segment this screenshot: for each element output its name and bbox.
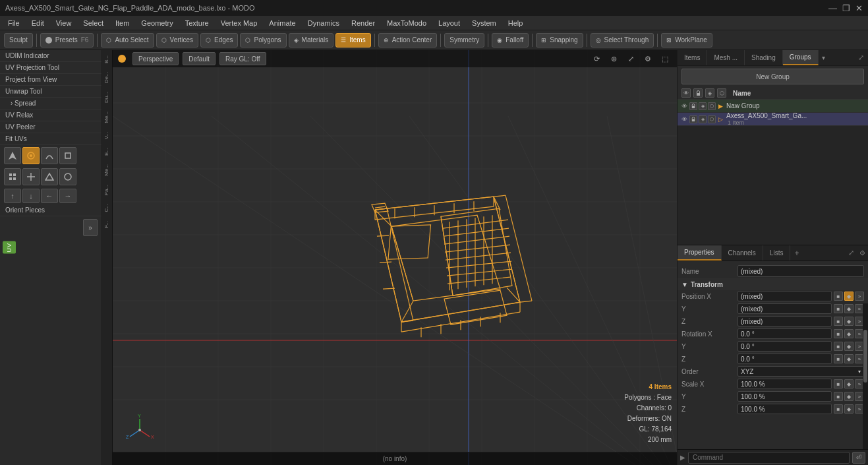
tab-items[interactable]: Items: [678, 50, 707, 65]
select-through-button[interactable]: ◎ Select Through: [591, 33, 654, 47]
vtab-b[interactable]: B...: [102, 51, 112, 67]
arrow-down-btn[interactable]: ↓: [22, 189, 40, 203]
pos-x-lock-icon[interactable]: ■: [834, 292, 843, 301]
pos-z-lock-icon[interactable]: ■: [834, 317, 843, 326]
vtab-du[interactable]: Du...: [102, 88, 112, 107]
group-child-lock-icon[interactable]: [689, 115, 697, 123]
group-eye-icon[interactable]: 👁: [680, 102, 688, 110]
workplane-button[interactable]: ⊠ WorkPlane: [661, 33, 712, 47]
scale-x-lock-icon[interactable]: ■: [834, 379, 843, 388]
vp-icon-zoom[interactable]: ⊕: [607, 52, 620, 65]
header-lock-icon[interactable]: [693, 88, 703, 98]
scale-x-input[interactable]: 100.0 %: [738, 379, 832, 389]
uv-peeler-tool[interactable]: UV Peeler: [0, 121, 101, 133]
vtab-pa[interactable]: Pa...: [102, 181, 112, 199]
uv-projection-tool[interactable]: UV Projection Tool: [0, 62, 101, 74]
rot-y-lock-icon[interactable]: ■: [834, 342, 843, 351]
command-input[interactable]: [688, 452, 850, 464]
scale-z-input[interactable]: 100.0 %: [738, 404, 832, 414]
tab-dropdown-btn[interactable]: ▾: [819, 50, 829, 65]
group-child-eye-icon[interactable]: 👁: [680, 115, 688, 123]
menu-view[interactable]: View: [51, 18, 77, 28]
vp-icon-maximize[interactable]: ⤢: [624, 52, 637, 65]
rotation-x-input[interactable]: 0.0 °: [738, 328, 832, 339]
header-eye-icon[interactable]: 👁: [681, 88, 691, 98]
menu-vertexmap[interactable]: Vertex Map: [216, 18, 263, 28]
props-panel-expand-btn[interactable]: ⤢: [846, 245, 857, 261]
vtab-me1[interactable]: Me...: [102, 108, 112, 127]
vertices-button[interactable]: ⬡ Vertices: [156, 33, 199, 47]
vp-icon-rotate[interactable]: ⟳: [590, 52, 603, 65]
rot-z-key-icon[interactable]: ◆: [844, 354, 854, 363]
viewport-3d[interactable]: Perspective Default Ray GL: Off ⟳ ⊕ ⤢ ⚙ …: [113, 50, 677, 465]
rot-y-key-icon[interactable]: ◆: [844, 342, 854, 351]
menu-layout[interactable]: Layout: [433, 18, 465, 28]
tool-icon-3[interactable]: [41, 147, 58, 164]
uv-label[interactable]: UV: [3, 241, 16, 254]
symmetry-button[interactable]: Symmetry: [444, 33, 484, 47]
menu-item[interactable]: Item: [110, 18, 134, 28]
pos-x-key-icon[interactable]: ◆: [844, 292, 854, 301]
prop-tab-lists[interactable]: Lists: [763, 245, 791, 261]
scale-x-key-icon[interactable]: ◆: [844, 379, 854, 388]
close-button[interactable]: ✕: [855, 3, 863, 13]
udim-indicator-tool[interactable]: UDIM Indicator: [0, 50, 101, 62]
rot-z-lock-icon[interactable]: ■: [834, 354, 843, 363]
rotation-y-input[interactable]: 0.0 °: [738, 341, 832, 352]
vtab-e[interactable]: E...: [102, 144, 112, 160]
menu-maxtomodo[interactable]: MaxToModo: [382, 18, 432, 28]
vtab-f[interactable]: F...: [102, 217, 112, 232]
vp-icon-expand[interactable]: ⬚: [658, 52, 672, 65]
expand-button[interactable]: »: [83, 219, 98, 236]
default-button[interactable]: Default: [183, 52, 216, 65]
menu-edit[interactable]: Edit: [26, 18, 49, 28]
group-child-mesh-icon[interactable]: ⬡: [708, 115, 716, 123]
menu-system[interactable]: System: [467, 18, 502, 28]
new-group-button[interactable]: New Group: [681, 69, 864, 84]
polygons-button[interactable]: ⬡ Polygons: [240, 33, 286, 47]
scale-z-lock-icon[interactable]: ■: [834, 404, 843, 414]
prop-name-value[interactable]: (mixed): [738, 265, 864, 277]
tool-icon-7[interactable]: [41, 168, 58, 185]
sculpt-button[interactable]: Sculpt: [4, 33, 33, 47]
minimize-button[interactable]: —: [828, 3, 837, 13]
position-x-input[interactable]: (mixed): [738, 291, 832, 301]
fit-uvs-tool[interactable]: Fit UVs: [0, 133, 101, 145]
scale-y-key-icon[interactable]: ◆: [844, 392, 854, 401]
arrow-left-btn[interactable]: ←: [41, 189, 58, 203]
orient-pieces-tool[interactable]: Orient Pieces: [0, 204, 101, 216]
group-child-render-icon[interactable]: ◈: [699, 115, 707, 123]
action-center-button[interactable]: ⊕ Action Center: [378, 33, 438, 47]
ray-gl-button[interactable]: Ray GL: Off: [219, 52, 266, 65]
vtab-c[interactable]: C...: [102, 200, 112, 216]
auto-select-button[interactable]: ⬡ Auto Select: [101, 33, 154, 47]
vtab-me2[interactable]: Me...: [102, 160, 112, 180]
prop-tab-properties[interactable]: Properties: [678, 245, 722, 261]
group-lock-icon[interactable]: [689, 102, 697, 110]
tool-icon-5[interactable]: [4, 168, 21, 185]
presets-button[interactable]: Presets F6: [40, 33, 94, 47]
prop-tab-channels[interactable]: Channels: [722, 245, 763, 261]
falloff-button[interactable]: ◉ Falloff: [492, 33, 529, 47]
rotation-z-input[interactable]: 0.0 °: [738, 354, 832, 364]
rpanel-expand-btn[interactable]: ⤢: [854, 50, 868, 65]
scale-z-key-icon[interactable]: ◆: [844, 404, 854, 414]
scale-y-lock-icon[interactable]: ■: [834, 392, 843, 401]
edges-button[interactable]: ⬡ Edges: [200, 33, 238, 47]
uv-relax-tool[interactable]: UV Relax: [0, 109, 101, 121]
position-z-input[interactable]: (mixed): [738, 316, 832, 326]
position-y-input[interactable]: (mixed): [738, 303, 832, 314]
group-row-root[interactable]: 👁 ◈ ⬡ ▶ Naw Group: [678, 100, 868, 113]
vp-icon-settings[interactable]: ⚙: [641, 52, 654, 65]
tool-icon-1[interactable]: [4, 147, 21, 164]
tool-icon-8[interactable]: [59, 168, 76, 185]
pos-x-anim-icon[interactable]: »: [855, 292, 864, 301]
arrow-up-btn[interactable]: ↑: [4, 189, 21, 203]
tool-icon-2[interactable]: [22, 147, 40, 164]
rot-x-lock-icon[interactable]: ■: [834, 329, 843, 338]
props-settings-btn[interactable]: ⚙: [857, 245, 868, 261]
menu-render[interactable]: Render: [346, 18, 380, 28]
materials-button[interactable]: ◈ Materials: [289, 33, 334, 47]
pos-z-key-icon[interactable]: ◆: [844, 317, 854, 326]
prop-tab-add-btn[interactable]: +: [790, 245, 803, 261]
